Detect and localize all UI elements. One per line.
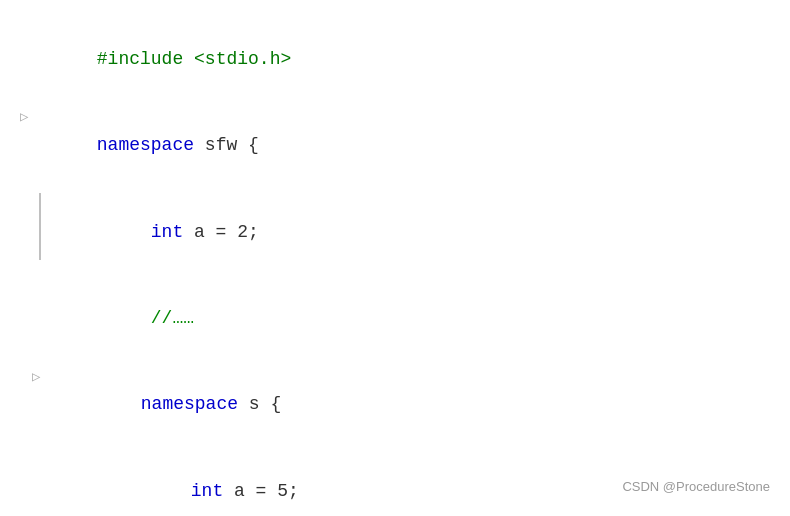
- code-line-3: int a = 2;: [20, 189, 770, 275]
- keyword-int-1: int: [151, 222, 183, 242]
- watermark: CSDN @ProcedureStone: [622, 477, 770, 498]
- line-content-1: #include <stdio.h>: [32, 16, 291, 102]
- line-marker-5: ▷: [32, 366, 40, 388]
- var-a-2: a = 2;: [183, 222, 259, 242]
- var-a-5: a = 5;: [223, 481, 299, 501]
- code-line-5: ▷ namespace s {: [20, 362, 770, 448]
- code-editor: #include <stdio.h> ▷ namespace sfw { int…: [0, 0, 790, 516]
- line-content-4: //……: [86, 275, 194, 361]
- line-content-2: namespace sfw {: [32, 102, 259, 188]
- line-marker-2: ▷: [20, 106, 28, 128]
- code-line-2: ▷ namespace sfw {: [20, 102, 770, 188]
- code-line-1: #include <stdio.h>: [20, 16, 770, 102]
- namespace-name-s: s {: [249, 394, 281, 414]
- comment-dots: //……: [151, 308, 194, 328]
- namespace-name-sfw: sfw {: [205, 135, 259, 155]
- line-content-5: namespace s {: [76, 362, 281, 448]
- keyword-namespace-outer: namespace: [97, 135, 205, 155]
- line-marker-3: [34, 193, 42, 260]
- include-path: <stdio.h>: [194, 49, 291, 69]
- keyword-int-2: int: [191, 481, 223, 501]
- line-content-3: int a = 2;: [86, 189, 259, 275]
- code-line-4: //……: [20, 275, 770, 361]
- preprocessor-include: #include: [97, 49, 194, 69]
- line-content-6: int a = 5;: [126, 448, 299, 516]
- keyword-namespace-inner: namespace: [141, 394, 249, 414]
